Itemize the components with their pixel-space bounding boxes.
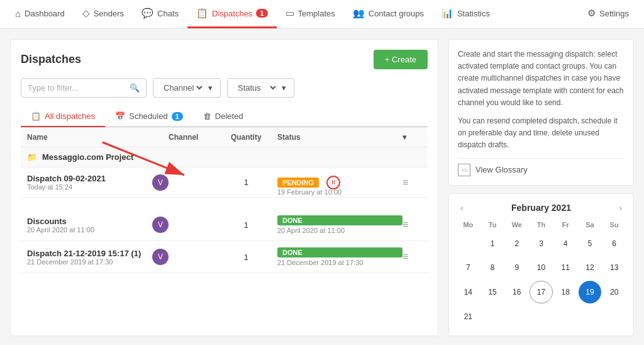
calendar-day[interactable]: 8 — [481, 256, 504, 280]
col-qty-header[interactable]: Quantity — [215, 133, 278, 142]
col-channel-header[interactable]: Channel — [152, 133, 215, 142]
nav-dispatches-label: Dispatches — [212, 9, 252, 18]
calendar-day[interactable]: 14 — [457, 281, 480, 304]
calendar-day[interactable]: 7 — [457, 256, 480, 280]
calendar-day[interactable]: 21 — [457, 305, 480, 328]
calendar-day[interactable]: 3 — [530, 232, 553, 255]
channel-select[interactable]: Channel Viber SMS — [161, 82, 204, 93]
calendar-day[interactable]: 2 — [505, 232, 528, 255]
next-month-button[interactable]: › — [615, 201, 626, 214]
status-date: 21 December 2019 at 17:30 — [277, 259, 402, 266]
tab-scheduled[interactable]: 📅 Scheduled 1 — [105, 106, 193, 127]
dispatch-name-col: Dispatch 09-02-2021 Today at 15:24 — [27, 174, 152, 191]
filters-row: 🔍 Channel Viber SMS ▾ Status Pending Don… — [21, 78, 428, 98]
calendar-day[interactable]: 11 — [554, 256, 577, 280]
dispatches-badge: 1 — [256, 9, 267, 18]
status-badge-pending: PENDING — [277, 178, 319, 188]
col-action-header: ▾ — [402, 133, 421, 142]
status-col: PENDING ⏸ 19 February at 10:00 — [277, 176, 402, 189]
menu-icon[interactable]: ≡ — [402, 219, 408, 230]
prev-month-button[interactable]: ‹ — [457, 201, 467, 214]
info-text-2: You can resend completed dispatch, sched… — [458, 115, 625, 152]
nav-settings-label: Settings — [599, 9, 629, 18]
right-panel: Create and start the messaging dispatch:… — [448, 39, 634, 336]
calendar-title: February 2021 — [511, 203, 571, 213]
calendar-month: February — [511, 203, 549, 213]
calendar-day[interactable]: 16 — [505, 281, 528, 304]
calendar-day[interactable]: 18 — [554, 281, 577, 304]
calendar-day[interactable]: 5 — [579, 232, 602, 255]
calendar-day[interactable]: 20 — [602, 281, 626, 304]
nav-statistics-label: Statistics — [457, 9, 490, 18]
dispatches-panel: Dispatches + Create 🔍 Channel Viber SMS … — [10, 39, 438, 336]
col-name-header[interactable]: Name — [27, 133, 152, 142]
calendar-day-header: Fr — [554, 219, 577, 230]
nav-statistics[interactable]: 📊 Statistics — [433, 0, 499, 28]
contact-groups-icon: 👥 — [353, 8, 365, 19]
calendar-day[interactable]: 10 — [530, 256, 553, 280]
dispatch-date: Today at 15:24 — [27, 183, 152, 191]
info-box: Create and start the messaging dispatch:… — [448, 39, 634, 186]
pause-button[interactable]: ⏸ — [326, 176, 340, 189]
nav-settings[interactable]: ⚙ Settings — [579, 0, 638, 28]
nav-dashboard[interactable]: ⌂ Dashboard — [6, 0, 74, 28]
nav-contact-groups[interactable]: 👥 Contact groups — [344, 0, 433, 28]
dispatch-date: 21 December 2019 at 17:30 — [27, 258, 152, 266]
status-filter[interactable]: Status Pending Done ▾ — [227, 78, 294, 98]
tab-deleted[interactable]: 🗑 Deleted — [193, 106, 253, 127]
group-name: Messaggio.com Project — [42, 152, 133, 162]
status-date: 19 February at 10:00 — [277, 188, 341, 196]
status-badge-done: DONE — [277, 215, 402, 225]
status-select[interactable]: Status Pending Done — [235, 82, 278, 93]
nav-chats-label: Chats — [157, 9, 179, 18]
qty-col: 1 — [215, 178, 278, 187]
viber-icon: V — [152, 174, 169, 191]
channel-filter[interactable]: Channel Viber SMS ▾ — [153, 78, 221, 98]
dispatch-name: Dispatch 21-12-2019 15:17 (1) — [27, 249, 152, 258]
table-row: Dispatch 09-02-2021 Today at 15:24 V 1 P… — [21, 167, 428, 198]
dashboard-icon: ⌂ — [15, 8, 21, 19]
all-dispatches-icon: 📋 — [31, 111, 41, 121]
calendar-day[interactable]: 9 — [505, 256, 528, 280]
qty-col: 1 — [215, 220, 278, 230]
calendar-day[interactable]: 15 — [481, 281, 504, 304]
tab-scheduled-label: Scheduled — [129, 111, 167, 121]
filter-input[interactable] — [28, 83, 126, 93]
nav-dispatches[interactable]: 📋 Dispatches 1 — [187, 0, 276, 28]
calendar-day[interactable]: 4 — [554, 232, 577, 255]
menu-icon[interactable]: ≡ — [402, 251, 408, 262]
table-header: Name Channel Quantity Status ▾ — [21, 127, 428, 147]
table-row: Dispatch 21-12-2019 15:17 (1) 21 Decembe… — [21, 241, 428, 273]
glossary-link[interactable]: ▭ View Glossary — [458, 158, 625, 177]
statistics-icon: 📊 — [441, 8, 453, 19]
action-col: ≡ — [402, 219, 421, 230]
calendar-day[interactable]: 13 — [602, 256, 626, 280]
nav-senders[interactable]: ◇ Senders — [74, 0, 133, 28]
tab-all-dispatches[interactable]: 📋 All dispatches — [21, 106, 105, 127]
filter-input-wrapper: 🔍 — [21, 78, 147, 98]
dispatch-name: Discounts — [27, 217, 152, 226]
col-status-header[interactable]: Status — [277, 133, 402, 142]
calendar-day[interactable]: 1 — [481, 232, 504, 255]
calendar-day[interactable]: 17 — [530, 281, 553, 304]
channel-chevron-icon: ▾ — [208, 83, 213, 93]
glossary-icon: ▭ — [458, 164, 470, 176]
dispatch-name-col: Discounts 20 April 2020 at 11:00 — [27, 217, 152, 234]
nav-templates[interactable]: ▭ Templates — [277, 0, 344, 28]
action-col: ≡ — [402, 177, 421, 188]
channel-col: V — [152, 217, 215, 233]
info-text-1: Create and start the messaging dispatch:… — [458, 48, 625, 109]
search-icon: 🔍 — [130, 83, 140, 93]
calendar-day-header: We — [505, 219, 528, 230]
create-button[interactable]: + Create — [374, 50, 428, 69]
calendar-day[interactable]: 19 — [579, 281, 602, 304]
nav-chats[interactable]: 💬 Chats — [133, 0, 187, 28]
menu-icon[interactable]: ≡ — [402, 177, 408, 188]
viber-icon: V — [152, 217, 169, 233]
status-badge-done: DONE — [277, 247, 402, 257]
calendar-day[interactable]: 6 — [602, 232, 626, 255]
calendar-day[interactable]: 12 — [579, 256, 602, 280]
status-chevron-icon: ▾ — [282, 83, 286, 93]
calendar-day-header: Sa — [579, 219, 602, 230]
chevron-down-icon: ▾ — [402, 133, 406, 142]
